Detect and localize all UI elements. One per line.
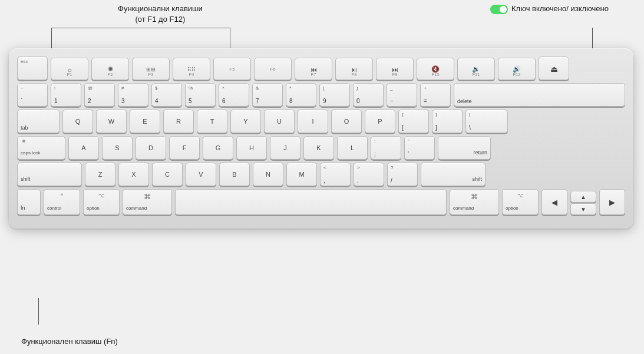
key-4[interactable]: $ 4: [151, 83, 182, 107]
key-space[interactable]: [175, 189, 447, 215]
key-f6[interactable]: F6: [254, 58, 292, 80]
key-w[interactable]: W: [96, 110, 127, 133]
func-line-vert-left: [51, 28, 52, 50]
key-f10[interactable]: 🔇 F10: [417, 58, 454, 80]
key-capslock[interactable]: caps lock: [17, 136, 65, 160]
key-f11[interactable]: 🔉 F11: [457, 58, 495, 80]
key-minus[interactable]: _ −: [387, 83, 417, 107]
key-8[interactable]: * 8: [286, 83, 316, 107]
key-slash[interactable]: ? /: [387, 163, 418, 186]
key-v[interactable]: V: [186, 163, 216, 186]
key-backtick[interactable]: ~ `: [17, 83, 48, 107]
key-semicolon[interactable]: : ;: [371, 136, 401, 160]
key-return[interactable]: return: [438, 136, 491, 160]
key-h[interactable]: H: [236, 136, 267, 160]
keyboard: esc ☼ F1 ✺ F2 ⊞⊞ F3 ⠿⠿ F4: [9, 48, 633, 229]
row-number: ~ ` ! 1 @ 2 # 3 $ 4 % 5: [17, 83, 625, 107]
key-f12[interactable]: 🔊 F12: [498, 58, 536, 80]
key-command-right[interactable]: ⌘ command: [450, 189, 499, 215]
toggle-label-area: Ключ включено/ изключено: [490, 4, 609, 14]
key-y[interactable]: Y: [230, 110, 261, 133]
key-tab[interactable]: tab: [17, 110, 60, 133]
key-f7[interactable]: ⏮ F7: [295, 58, 332, 80]
key-command-left[interactable]: ⌘ command: [123, 189, 172, 215]
annotation-area: Функционални клавиши(от F1 до F12) Ключ …: [0, 0, 644, 354]
key-rbracket[interactable]: } ]: [432, 110, 463, 133]
key-arrow-right[interactable]: ▶: [599, 189, 625, 215]
row-qwerty: tab Q W E R T Y U I O P { [ } ] | \: [17, 110, 625, 133]
key-c[interactable]: C: [152, 163, 183, 186]
key-s[interactable]: S: [102, 136, 133, 160]
key-u[interactable]: U: [264, 110, 295, 133]
toggle-line-vert: [592, 28, 593, 50]
key-a[interactable]: A: [68, 136, 99, 160]
key-t[interactable]: T: [197, 110, 227, 133]
arrow-cluster: ◀ ▲ ▼ ▶: [541, 189, 625, 215]
fn-label: Функционален клавиш (Fn): [21, 337, 118, 346]
key-option-right[interactable]: ⌥ option: [502, 189, 539, 215]
key-g[interactable]: G: [203, 136, 233, 160]
key-f5[interactable]: F5: [213, 58, 251, 80]
key-f8[interactable]: ⏯ F8: [335, 58, 373, 80]
key-m[interactable]: M: [286, 163, 317, 186]
key-b[interactable]: B: [219, 163, 250, 186]
key-arrow-up[interactable]: ▲: [570, 191, 596, 203]
key-0[interactable]: ) 0: [353, 83, 384, 107]
key-o[interactable]: O: [331, 110, 362, 133]
toggle-switch[interactable]: [490, 5, 508, 14]
key-j[interactable]: J: [270, 136, 300, 160]
key-l[interactable]: L: [337, 136, 368, 160]
key-f[interactable]: F: [169, 136, 200, 160]
key-6[interactable]: ^ 6: [219, 83, 249, 107]
key-i[interactable]: I: [298, 110, 328, 133]
key-control[interactable]: ^ control: [44, 189, 80, 215]
key-comma[interactable]: < ,: [320, 163, 351, 186]
row-asdf: caps lock A S D F G H J K L : ; " ' retu…: [17, 136, 625, 160]
key-1[interactable]: ! 1: [51, 83, 81, 107]
key-z[interactable]: Z: [85, 163, 115, 186]
key-arrow-left[interactable]: ◀: [541, 189, 567, 215]
key-shift-right[interactable]: shift: [421, 163, 486, 186]
key-e[interactable]: E: [130, 110, 160, 133]
key-shift-left[interactable]: shift: [17, 163, 82, 186]
key-x[interactable]: X: [118, 163, 149, 186]
key-period[interactable]: > .: [354, 163, 384, 186]
func-keys-label: Функционални клавиши(от F1 до F12): [118, 4, 203, 25]
row-zxcv: shift Z X C V B N M < , > . ? / shift: [17, 163, 625, 186]
key-3[interactable]: # 3: [118, 83, 148, 107]
key-quote[interactable]: " ': [404, 136, 435, 160]
key-5[interactable]: % 5: [185, 83, 216, 107]
key-r[interactable]: R: [163, 110, 194, 133]
key-f1[interactable]: ☼ F1: [51, 58, 88, 80]
fn-line-vert: [38, 298, 39, 325]
func-line-horiz: [51, 28, 230, 28]
key-p[interactable]: P: [365, 110, 395, 133]
key-f3[interactable]: ⊞⊞ F3: [132, 58, 170, 80]
key-fn[interactable]: fn: [17, 189, 41, 215]
key-9[interactable]: ( 9: [319, 83, 350, 107]
key-f9[interactable]: ⏭ F9: [376, 58, 414, 80]
key-f2[interactable]: ✺ F2: [91, 58, 129, 80]
key-equals[interactable]: + =: [420, 83, 451, 107]
key-d[interactable]: D: [136, 136, 166, 160]
toggle-label-text: Ключ включено/ изключено: [511, 4, 609, 14]
key-esc[interactable]: esc: [17, 57, 48, 80]
key-q[interactable]: Q: [62, 110, 93, 133]
key-eject[interactable]: ⏏: [539, 57, 569, 80]
func-line-vert-right: [230, 28, 230, 50]
key-k[interactable]: K: [303, 136, 334, 160]
capslock-indicator: [22, 140, 25, 143]
key-f4[interactable]: ⠿⠿ F4: [173, 58, 210, 80]
key-2[interactable]: @ 2: [84, 83, 115, 107]
row-modifiers: fn ^ control ⌥ option ⌘ command ⌘ comman…: [17, 189, 625, 215]
key-option-left[interactable]: ⌥ option: [83, 189, 120, 215]
key-lbracket[interactable]: { [: [398, 110, 429, 133]
key-arrow-down[interactable]: ▼: [570, 203, 596, 215]
arrow-up-down: ▲ ▼: [570, 191, 596, 215]
key-7[interactable]: & 7: [252, 83, 283, 107]
key-backslash[interactable]: | \: [465, 110, 508, 133]
key-delete[interactable]: delete: [454, 83, 625, 107]
row-function: esc ☼ F1 ✺ F2 ⊞⊞ F3 ⠿⠿ F4: [17, 57, 625, 80]
key-n[interactable]: N: [253, 163, 283, 186]
